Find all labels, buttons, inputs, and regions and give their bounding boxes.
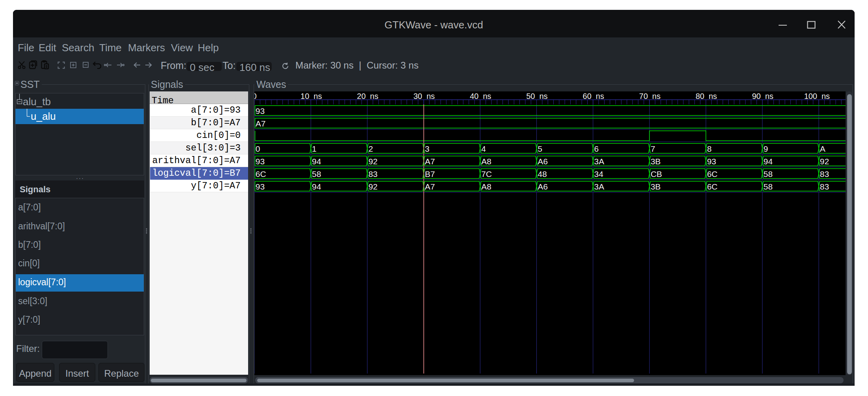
- svg-text:3: 3: [425, 144, 430, 153]
- svg-text:8: 8: [707, 144, 712, 153]
- svg-text:A8: A8: [481, 182, 491, 191]
- svg-text:9: 9: [764, 144, 768, 153]
- svg-text:93: 93: [256, 182, 265, 191]
- svg-text:100: 100: [804, 92, 817, 100]
- svg-text:93: 93: [256, 157, 265, 166]
- svg-text:92: 92: [368, 157, 377, 166]
- svg-text:40: 40: [470, 92, 479, 100]
- svg-text:ns: ns: [313, 92, 322, 100]
- svg-text:60: 60: [583, 92, 592, 100]
- svg-text:1: 1: [312, 144, 317, 153]
- svg-text:CB: CB: [651, 169, 662, 178]
- svg-text:94: 94: [764, 157, 773, 166]
- svg-text:A6: A6: [538, 157, 548, 166]
- svg-text:94: 94: [312, 157, 321, 166]
- svg-text:ns: ns: [427, 92, 435, 100]
- svg-text:34: 34: [594, 169, 604, 178]
- svg-text:ns: ns: [596, 92, 604, 100]
- svg-text:ns: ns: [652, 92, 660, 100]
- svg-text:A7: A7: [425, 157, 435, 166]
- svg-text:6C: 6C: [707, 169, 718, 178]
- svg-text:6C: 6C: [256, 169, 266, 178]
- svg-text:83: 83: [368, 169, 377, 178]
- svg-text:6: 6: [594, 144, 599, 153]
- svg-text:0: 0: [254, 92, 257, 100]
- svg-text:A7: A7: [256, 119, 266, 128]
- svg-text:3B: 3B: [651, 182, 661, 191]
- svg-text:93: 93: [256, 106, 265, 115]
- svg-text:ns: ns: [540, 92, 548, 100]
- svg-text:5: 5: [538, 144, 542, 153]
- svg-text:ns: ns: [822, 92, 830, 100]
- svg-text:0: 0: [256, 144, 260, 153]
- svg-text:90: 90: [752, 92, 760, 100]
- svg-text:ns: ns: [765, 92, 773, 100]
- svg-text:ns: ns: [370, 92, 378, 100]
- svg-text:70: 70: [639, 92, 648, 100]
- svg-text:92: 92: [820, 157, 829, 166]
- svg-text:A6: A6: [538, 182, 548, 191]
- svg-text:83: 83: [820, 169, 829, 178]
- svg-text:93: 93: [707, 157, 716, 166]
- svg-text:10: 10: [300, 92, 309, 100]
- svg-text:ns: ns: [708, 92, 717, 100]
- svg-text:A8: A8: [481, 157, 491, 166]
- svg-text:A7: A7: [425, 182, 435, 191]
- svg-text:83: 83: [820, 182, 829, 191]
- svg-text:92: 92: [368, 182, 377, 191]
- svg-text:30: 30: [414, 92, 422, 100]
- svg-text:4: 4: [481, 144, 486, 153]
- svg-text:58: 58: [764, 182, 773, 191]
- svg-text:2: 2: [368, 144, 373, 153]
- svg-text:3B: 3B: [651, 157, 661, 166]
- svg-text:7: 7: [651, 144, 655, 153]
- svg-text:20: 20: [357, 92, 365, 100]
- svg-text:6C: 6C: [707, 182, 718, 191]
- svg-text:ns: ns: [483, 92, 491, 100]
- svg-text:7C: 7C: [481, 169, 492, 178]
- svg-text:3A: 3A: [594, 182, 605, 191]
- svg-text:80: 80: [696, 92, 704, 100]
- svg-text:94: 94: [312, 182, 321, 191]
- svg-text:3A: 3A: [594, 157, 605, 166]
- svg-text:A: A: [820, 144, 825, 153]
- svg-text:B7: B7: [425, 169, 435, 178]
- svg-text:48: 48: [538, 169, 547, 178]
- svg-text:58: 58: [764, 169, 773, 178]
- svg-text:58: 58: [312, 169, 321, 178]
- svg-text:50: 50: [526, 92, 535, 100]
